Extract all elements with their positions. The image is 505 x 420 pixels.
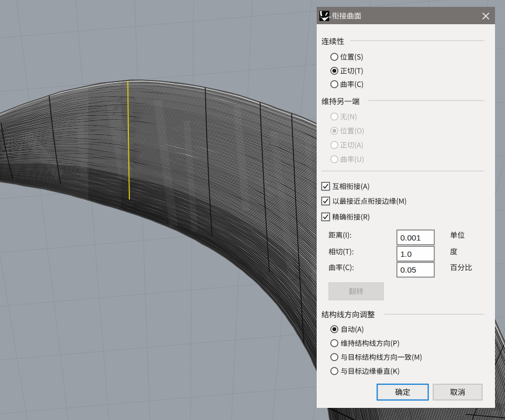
svg-text:0.001: 0.001: [400, 233, 421, 242]
svg-text:1.0: 1.0: [400, 249, 412, 258]
svg-text:0.05: 0.05: [400, 265, 416, 274]
